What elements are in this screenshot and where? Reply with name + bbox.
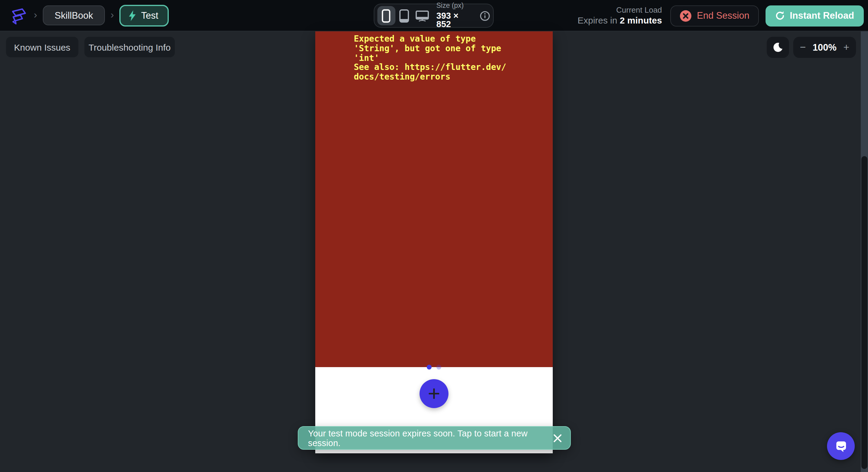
breadcrumb-separator-icon: › (111, 10, 114, 20)
session-expiry: Expires in 2 minutes (578, 15, 662, 27)
zoom-control: − 100% + (793, 37, 856, 58)
device-size-toolbar: Size (px) 393 × 852 (374, 4, 494, 28)
error-text-line: 'int' (354, 53, 553, 63)
device-desktop-button[interactable] (413, 6, 431, 25)
plus-icon (427, 387, 441, 400)
device-tablet-button[interactable] (395, 6, 413, 25)
chat-bubble-icon (833, 439, 848, 453)
size-display: Size (px) 393 × 852 (436, 3, 475, 29)
error-text-line: 'String', but got one of type (354, 44, 553, 54)
session-load-info: Current Load Expires in 2 minutes (578, 5, 662, 26)
end-session-x-icon (680, 10, 691, 22)
breadcrumb-project-button[interactable]: SkillBook (42, 5, 105, 25)
size-label: Size (px) (436, 3, 475, 10)
breadcrumb: › SkillBook › Test (0, 4, 168, 26)
instant-reload-label: Instant Reload (789, 10, 854, 21)
expires-prefix: Expires in (578, 15, 620, 25)
page-indicator (315, 365, 553, 370)
breadcrumb-test-button[interactable]: Test (119, 4, 168, 26)
current-load-label: Current Load (578, 5, 662, 15)
instant-reload-button[interactable]: Instant Reload (766, 5, 864, 26)
troubleshooting-info-button[interactable]: Troubleshooting Info (84, 37, 175, 57)
page-dot-active[interactable] (427, 365, 432, 370)
error-text-line: docs/testing/errors (354, 72, 553, 82)
zoom-out-button[interactable]: − (800, 42, 806, 53)
app-preview-device[interactable]: Expected a value of type 'String', but g… (315, 31, 553, 453)
phone-icon (382, 9, 391, 23)
breadcrumb-separator-icon: › (34, 10, 37, 20)
top-bar: › SkillBook › Test (0, 0, 868, 31)
mode-label: Test (141, 10, 158, 21)
end-session-button[interactable]: End Session (670, 5, 759, 26)
flutter-error-screen: Expected a value of type 'String', but g… (315, 31, 553, 367)
chat-launcher-button[interactable] (827, 432, 855, 460)
desktop-icon (415, 10, 429, 22)
error-text-line: See also: https://flutter.dev/ (354, 63, 553, 73)
toast-close-button[interactable] (549, 429, 567, 447)
lightning-bolt-icon (128, 10, 136, 21)
session-controls: Current Load Expires in 2 minutes End Se… (578, 0, 864, 31)
end-session-label: End Session (697, 10, 749, 21)
reload-icon (775, 11, 785, 21)
app-root: › SkillBook › Test (0, 0, 868, 472)
size-value: 393 × 852 (436, 11, 475, 29)
zoom-in-button[interactable]: + (843, 42, 849, 53)
known-issues-button[interactable]: Known Issues (6, 37, 79, 57)
dark-mode-toggle[interactable] (767, 37, 789, 58)
page-dot-inactive[interactable] (436, 365, 441, 370)
session-expiry-toast[interactable]: Your test mode session expires soon. Tap… (298, 426, 571, 450)
add-fab-button[interactable] (420, 379, 448, 408)
toast-message: Your test mode session expires soon. Tap… (308, 428, 549, 448)
flutterflow-logo[interactable] (8, 6, 28, 25)
zoom-level: 100% (812, 42, 836, 53)
project-name: SkillBook (55, 10, 93, 21)
known-issues-label: Known Issues (14, 42, 70, 52)
tablet-icon (399, 9, 409, 23)
moon-icon (773, 42, 783, 53)
troubleshooting-label: Troubleshooting Info (89, 42, 170, 52)
vertical-scrollbar-track[interactable] (861, 31, 868, 472)
vertical-scrollbar-thumb[interactable] (861, 156, 867, 469)
error-text-line: Expected a value of type (354, 34, 553, 44)
device-phone-button[interactable] (377, 6, 395, 25)
size-info-icon[interactable] (480, 10, 490, 21)
expires-value: 2 minutes (620, 15, 662, 25)
